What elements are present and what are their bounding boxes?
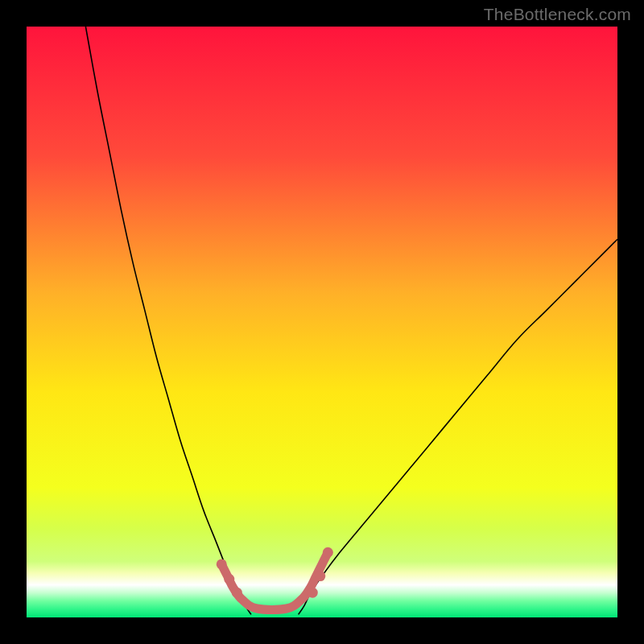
watermark-text: TheBottleneck.com	[484, 5, 631, 24]
bracket-dot	[217, 559, 227, 569]
bracket-dot	[323, 547, 333, 558]
chart-background	[27, 27, 617, 617]
bracket-dot	[308, 588, 318, 598]
bracket-dot	[224, 574, 234, 584]
outer-frame: TheBottleneck.com	[0, 0, 644, 644]
bracket-dot	[315, 571, 325, 581]
bottleneck-chart	[27, 27, 617, 617]
bracket-dot	[232, 588, 242, 598]
